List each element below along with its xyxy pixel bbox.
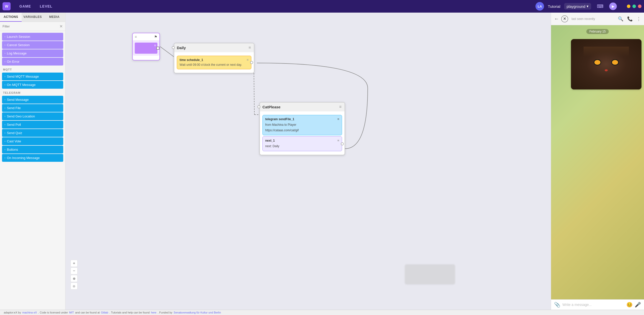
sendfile-field2: https://cataas.com/cat/gif xyxy=(265,128,339,133)
message-input[interactable] xyxy=(562,303,624,307)
node-unnamed[interactable]: ≡ ⚑ ≡ xyxy=(132,33,160,60)
sidebar-item-on-error[interactable]: › On Error xyxy=(2,58,63,66)
play-button[interactable]: ▶ xyxy=(609,3,617,10)
zoom-out-button[interactable]: − xyxy=(71,267,78,274)
tab-media[interactable]: MEDIA xyxy=(44,13,65,22)
arrow-icon: › xyxy=(5,44,5,46)
minimize-button[interactable] xyxy=(627,5,630,8)
canvas-area[interactable]: ≡ ⚑ ≡ Daily ≡ ti xyxy=(65,13,551,310)
filter-input[interactable] xyxy=(3,24,58,28)
sidebar-item-send-geo-location[interactable]: › Send Geo Location xyxy=(2,112,63,120)
node-daily-body: time schedule_1 ≡ Wait until 09:00 o'clo… xyxy=(174,52,254,73)
sidebar-item-cast-vote[interactable]: › Cast Vote xyxy=(2,137,63,145)
phone-icon[interactable]: 📞 xyxy=(627,16,633,22)
terminal-button[interactable]: ⌨ xyxy=(595,3,605,10)
sidebar-item-on-mqtt-message[interactable]: › On MQTT Message xyxy=(2,81,63,89)
right-panel: ← × last seen recently 🔍 📞 ⋮ February 15 xyxy=(551,13,644,310)
bottom-bar: adaptor:eX by machina eX . Code is licen… xyxy=(0,310,644,315)
maximize-button[interactable] xyxy=(632,5,636,8)
zoom-in-button[interactable]: + xyxy=(71,260,78,267)
sidebar-item-launch-session[interactable]: › Launch Session xyxy=(2,33,63,41)
node-daily[interactable]: Daily ≡ time schedule_1 ≡ Wait until 09:… xyxy=(174,43,254,73)
next-block-menu[interactable]: ≡ xyxy=(337,139,339,142)
filter-bar: ✕ xyxy=(0,22,65,31)
bottom-link-machina[interactable]: machina eX xyxy=(22,311,37,314)
emoji-icon[interactable]: 😊 xyxy=(626,302,633,308)
block-menu-icon[interactable]: ≡ xyxy=(247,58,249,62)
arrow-icon: › xyxy=(5,60,5,63)
sendfile-block-id: telegram sendFile_1 xyxy=(265,117,294,121)
bottom-link-senate[interactable]: Senatsverwaltung für Kultur und Berlin xyxy=(174,311,221,314)
telegram-header: ← × last seen recently 🔍 📞 ⋮ xyxy=(551,13,644,25)
node-catplease-title: CatPlease xyxy=(262,105,281,109)
arrow-icon: › xyxy=(5,83,5,86)
node-catplease[interactable]: CatPlease ≡ telegram sendFile_1 ≡ from M… xyxy=(259,102,345,155)
zoom-target-button[interactable]: ◎ xyxy=(71,282,78,290)
bottom-text-funded: . Funded by xyxy=(158,311,172,314)
sidebar-item-log-message[interactable]: › Log Message xyxy=(2,49,63,57)
cat-eye-left xyxy=(594,59,601,66)
zoom-controls: + − ⊕ ◎ xyxy=(71,260,78,290)
back-button[interactable]: ← xyxy=(554,16,559,22)
next-block-id: next_1 xyxy=(265,139,275,142)
hamburger-icon[interactable]: ≡ xyxy=(135,35,137,39)
top-nav: GAME LEVEL xyxy=(16,3,56,10)
cat-nose xyxy=(605,69,608,71)
bottom-link-gitlab[interactable]: Gitlab xyxy=(101,311,108,314)
arrow-icon: › xyxy=(5,52,5,55)
svg-line-1 xyxy=(254,71,254,115)
bottom-text-code: . Code is licensed under xyxy=(38,311,68,314)
sidebar-item-send-message[interactable]: › Send Message xyxy=(2,96,63,104)
filter-clear-icon[interactable]: ✕ xyxy=(59,24,63,29)
arrow-icon: › xyxy=(5,156,5,159)
search-icon[interactable]: 🔍 xyxy=(618,16,623,22)
cat-eye-right xyxy=(611,59,619,66)
telegram-close-button[interactable]: × xyxy=(561,15,568,22)
tab-actions[interactable]: ACTIONS xyxy=(0,13,22,22)
node-unnamed-header: ≡ ⚑ xyxy=(133,33,159,41)
left-panel: ACTIONS VARIABLES MEDIA ✕ › Launch Sessi… xyxy=(0,13,65,310)
sidebar-item-cancel-session[interactable]: › Cancel Session xyxy=(2,41,63,49)
sidebar-item-send-poll[interactable]: › Send Poll xyxy=(2,121,63,129)
arrow-icon: › xyxy=(5,107,5,109)
node-catplease-menu[interactable]: ≡ xyxy=(339,105,342,109)
node-unnamed-body: ≡ xyxy=(133,41,159,56)
sidebar-item-send-mqtt-message[interactable]: › Send MQTT Message xyxy=(2,73,63,80)
chat-date-label: February 15 xyxy=(586,29,609,34)
bottom-link-mit[interactable]: MIT xyxy=(69,311,74,314)
more-options-icon[interactable]: ⋮ xyxy=(636,16,641,22)
cat-face xyxy=(584,47,629,87)
tab-variables[interactable]: VARIABLES xyxy=(22,13,43,22)
telegram-chat[interactable]: February 15 xyxy=(551,25,644,299)
node-daily-menu[interactable]: ≡ xyxy=(249,45,251,50)
sidebar-item-send-file[interactable]: › Send File xyxy=(2,104,63,112)
arrow-icon: › xyxy=(5,132,5,134)
zoom-fit-button[interactable]: ⊕ xyxy=(71,275,78,282)
nav-game[interactable]: GAME xyxy=(16,3,35,10)
playground-selector[interactable]: playground ▾ xyxy=(564,3,591,10)
cat-fur-top xyxy=(584,47,629,57)
cat-image-bubble xyxy=(571,39,641,89)
arrow-icon: › xyxy=(5,98,5,101)
bottom-link-here[interactable]: here xyxy=(151,311,156,314)
mic-icon[interactable]: 🎤 xyxy=(635,302,641,308)
avatar[interactable]: LA xyxy=(535,2,544,11)
sendfile-field1: from Machina to Player xyxy=(265,122,339,128)
bottom-text-find: and can be found at xyxy=(75,311,100,314)
arrow-icon: › xyxy=(5,35,5,38)
attach-icon[interactable]: 📎 xyxy=(554,302,560,308)
close-window-button[interactable] xyxy=(638,5,641,8)
telegram-sendfile-block[interactable]: telegram sendFile_1 ≡ from Machina to Pl… xyxy=(262,115,342,135)
bottom-text-pre: adaptor:eX by xyxy=(4,311,21,314)
node-catplease-header: CatPlease ≡ xyxy=(260,103,345,111)
sidebar-item-send-quiz[interactable]: › Send Quiz xyxy=(2,129,63,137)
hamburger-icon-2[interactable]: ≡ xyxy=(154,44,156,47)
flag-icon: ⚑ xyxy=(154,35,157,39)
nav-level[interactable]: LEVEL xyxy=(36,3,56,10)
sidebar-item-buttons[interactable]: › Buttons xyxy=(2,146,63,153)
next-block[interactable]: next_1 ≡ next: Daily xyxy=(262,136,342,151)
time-schedule-block[interactable]: time schedule_1 ≡ Wait until 09:00 o'clo… xyxy=(177,56,251,69)
sidebar-item-on-incoming-message[interactable]: › On Incoming Message xyxy=(2,154,63,162)
app-logo[interactable]: W xyxy=(3,2,11,10)
sendfile-block-menu[interactable]: ≡ xyxy=(337,117,339,121)
